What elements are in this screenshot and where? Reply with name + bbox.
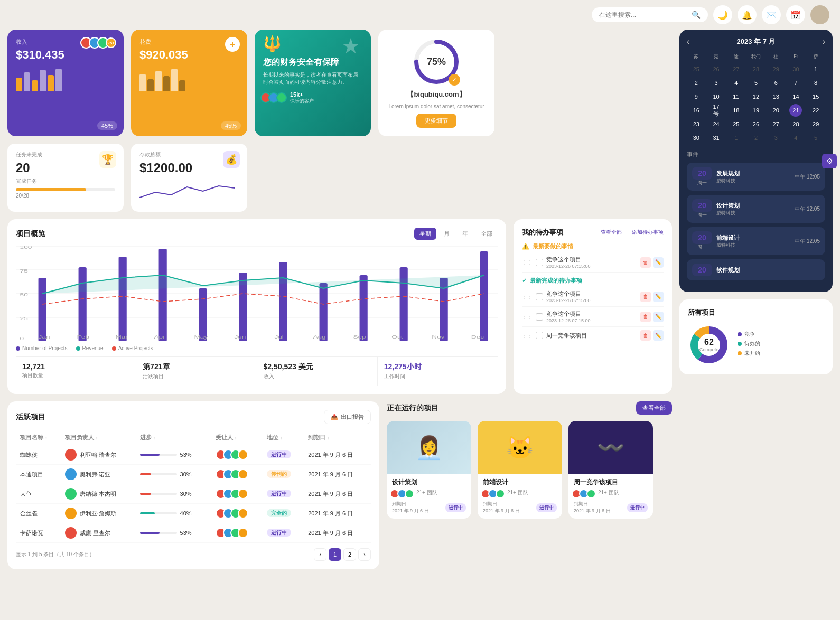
page-1-btn[interactable]: 1 <box>329 548 341 561</box>
todo-check-1[interactable] <box>536 293 543 300</box>
cal-day[interactable]: 28 <box>750 63 762 76</box>
cal-day[interactable]: 15 <box>809 90 822 103</box>
cal-day[interactable]: 18 <box>730 104 742 117</box>
cal-day[interactable]: 1 <box>809 63 822 76</box>
todo-edit-3[interactable]: ✏️ <box>653 330 664 341</box>
todo-delete-1[interactable]: 🗑 <box>640 292 651 302</box>
cal-day[interactable]: 25 <box>730 118 742 130</box>
cal-day[interactable]: 4 <box>730 77 742 89</box>
running-project-card-1[interactable]: 🐱 前端设计 21+ 团队 到期日 2021 年 9 月 6 日 进行中 <box>478 421 562 519</box>
cal-next-btn[interactable]: › <box>823 37 825 46</box>
cal-day[interactable]: 21 <box>789 104 802 117</box>
cal-day[interactable]: 7 <box>789 77 802 89</box>
cal-day[interactable]: 1 <box>730 131 742 144</box>
todo-actions-1[interactable]: 🗑 ✏️ <box>640 292 664 302</box>
bell-icon-btn[interactable]: 🔔 <box>738 5 757 24</box>
todo-check-3[interactable] <box>536 332 543 339</box>
cal-day[interactable]: 10 <box>710 90 723 103</box>
prev-page-btn[interactable]: ‹ <box>314 548 326 561</box>
todo-edit-2[interactable]: ✏️ <box>653 312 664 322</box>
cal-day[interactable]: 4 <box>789 131 802 144</box>
todo-actions-2[interactable]: 🗑 ✏️ <box>640 312 664 322</box>
drag-handle-1[interactable]: ⋮⋮ <box>522 294 533 299</box>
pagination-pages[interactable]: ‹ 1 2 › <box>314 548 371 561</box>
todo-delete-2[interactable]: 🗑 <box>640 312 651 322</box>
todo-edit-0[interactable]: ✏️ <box>653 257 664 268</box>
page-2-btn[interactable]: 2 <box>343 548 356 561</box>
cal-day[interactable]: 3 <box>710 77 723 89</box>
todo-links[interactable]: 查看全部 + 添加待办事项 <box>601 229 664 236</box>
todo-actions-3[interactable]: 🗑 ✏️ <box>640 330 664 341</box>
moon-icon-btn[interactable]: 🌙 <box>713 5 732 24</box>
cal-day[interactable]: 20 <box>770 104 782 117</box>
cal-day[interactable]: 12 <box>750 90 762 103</box>
col-name[interactable]: 项目名称 ↕ <box>16 430 61 445</box>
todo-delete-3[interactable]: 🗑 <box>640 330 651 341</box>
cal-day[interactable]: 29 <box>770 63 782 76</box>
event-item-3[interactable]: 20 软件规划 <box>687 259 825 280</box>
cal-day[interactable]: 25 <box>690 63 703 76</box>
cal-day[interactable]: 28 <box>789 118 802 130</box>
todo-view-all[interactable]: 查看全部 <box>601 229 622 236</box>
search-box[interactable]: 🔍 <box>592 7 708 22</box>
cal-prev-btn[interactable]: ‹ <box>687 37 689 46</box>
more-details-btn[interactable]: 更多细节 <box>416 114 456 128</box>
cal-day[interactable]: 2 <box>690 77 703 89</box>
tab-month[interactable]: 月 <box>438 228 455 240</box>
cal-day[interactable]: 19 <box>750 104 762 117</box>
cal-day[interactable]: 2 <box>750 131 762 144</box>
cal-day[interactable]: 6 <box>770 77 782 89</box>
cal-day[interactable]: 17号 <box>710 104 723 117</box>
next-page-btn[interactable]: › <box>358 548 371 561</box>
col-manager[interactable]: 项目负责人 ↕ <box>61 430 136 445</box>
mail-icon-btn[interactable]: ✉️ <box>762 5 781 24</box>
cal-day[interactable]: 29 <box>809 118 822 130</box>
cal-day[interactable]: 3 <box>770 131 782 144</box>
running-project-card-0[interactable]: 👩‍💼 设计策划 21+ 团队 到期日 2021 年 9 月 6 日 进行中 <box>387 421 471 519</box>
cal-day[interactable]: 5 <box>750 77 762 89</box>
event-item-0[interactable]: 20 周一 发展规划 威特科技 中午 12:05 <box>687 163 825 191</box>
col-progress[interactable]: 进步 ↕ <box>136 430 211 445</box>
cal-day[interactable]: 8 <box>809 77 822 89</box>
tab-year[interactable]: 年 <box>457 228 473 240</box>
cal-day[interactable]: 5 <box>809 131 822 144</box>
cal-day[interactable]: 23 <box>690 118 703 130</box>
cal-day[interactable]: 9 <box>690 90 703 103</box>
user-avatar[interactable] <box>810 5 829 24</box>
cal-day[interactable]: 31 <box>710 131 723 144</box>
todo-actions-0[interactable]: 🗑 ✏️ <box>640 257 664 268</box>
cal-day[interactable]: 26 <box>750 118 762 130</box>
tab-week[interactable]: 星期 <box>414 228 436 240</box>
cal-day[interactable]: 24 <box>710 118 723 130</box>
cal-day[interactable]: 27 <box>730 63 742 76</box>
todo-edit-1[interactable]: ✏️ <box>653 292 664 302</box>
drag-handle-0[interactable]: ⋮⋮ <box>522 259 533 265</box>
cal-day[interactable]: 30 <box>789 63 802 76</box>
drag-handle-2[interactable]: ⋮⋮ <box>522 314 533 320</box>
cal-day[interactable]: 16 <box>690 104 703 117</box>
calendar-icon-btn[interactable]: 📅 <box>786 5 805 24</box>
col-status[interactable]: 地位 ↕ <box>263 430 304 445</box>
event-item-1[interactable]: 20 周一 设计策划 威特科技 中午 12:05 <box>687 195 825 223</box>
view-all-btn[interactable]: 查看全部 <box>636 401 672 415</box>
cal-day[interactable]: 30 <box>690 131 703 144</box>
col-assignees[interactable]: 受让人 ↕ <box>211 430 263 445</box>
cal-day[interactable]: 11 <box>730 90 742 103</box>
search-input[interactable] <box>599 11 687 18</box>
drag-handle-3[interactable]: ⋮⋮ <box>522 333 533 339</box>
running-project-card-2[interactable]: 〰️ 周一竞争该项目 21+ 团队 到期日 2021 年 9 月 6 日 进行中 <box>568 421 653 519</box>
todo-check-2[interactable] <box>536 313 543 321</box>
todo-delete-0[interactable]: 🗑 <box>640 257 651 268</box>
event-item-2[interactable]: 20 周一 前端设计 威特科技 中午 12:05 <box>687 227 825 255</box>
cal-day[interactable]: 22 <box>809 104 822 117</box>
col-due[interactable]: 到期日 ↕ <box>304 430 371 445</box>
export-btn[interactable]: 📤 出口报告 <box>324 410 371 424</box>
cal-settings-btn[interactable]: ⚙ <box>822 154 837 168</box>
todo-check-0[interactable] <box>536 259 543 266</box>
cal-day[interactable]: 13 <box>770 90 782 103</box>
cal-day[interactable]: 27 <box>770 118 782 130</box>
todo-add[interactable]: + 添加待办事项 <box>627 229 664 236</box>
chart-tabs[interactable]: 星期 月 年 全部 <box>414 228 498 240</box>
tab-all[interactable]: 全部 <box>475 228 498 240</box>
cal-day[interactable]: 14 <box>789 90 802 103</box>
